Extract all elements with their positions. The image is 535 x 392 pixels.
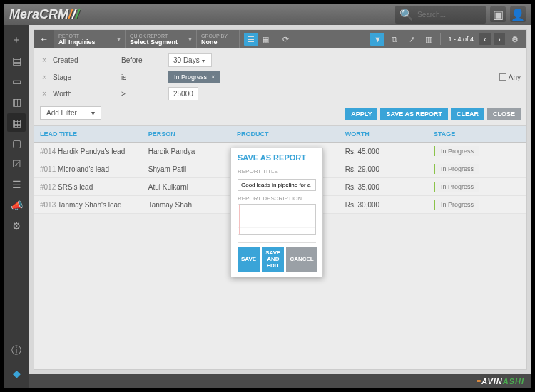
- filter-field-label: Created: [53, 56, 117, 64]
- filter-value-input[interactable]: 25000: [168, 87, 198, 100]
- filter-panel: × Created Before 30 Days▾ × Stage is In …: [34, 48, 526, 126]
- filter-value-input[interactable]: 30 Days▾: [168, 53, 212, 67]
- back-button[interactable]: ←: [34, 30, 54, 48]
- nav-megaphone-icon[interactable]: 📣: [7, 196, 26, 215]
- filter-op-label: is: [121, 73, 164, 81]
- nav-info-icon[interactable]: ⓘ: [7, 341, 26, 360]
- status-badge: In Progress: [434, 200, 479, 210]
- caret-down-icon[interactable]: ▾: [200, 58, 207, 64]
- clear-button[interactable]: CLEAR: [451, 108, 484, 120]
- refresh-icon[interactable]: ⟳: [278, 33, 292, 46]
- view-grid-icon[interactable]: ▦: [258, 33, 272, 46]
- segment-selector[interactable]: QUICK REPORT Select Segment ▼: [126, 30, 197, 48]
- nav-contact-icon[interactable]: ▭: [7, 72, 26, 91]
- status-badge: In Progress: [434, 146, 479, 156]
- new-window-icon[interactable]: ⧉: [387, 33, 402, 46]
- user-avatar-icon[interactable]: 👤: [510, 6, 526, 22]
- remove-filter-icon[interactable]: ×: [40, 56, 49, 64]
- filter-field-label: Worth: [53, 90, 117, 98]
- nav-stats-icon[interactable]: ▥: [7, 93, 26, 111]
- page-prev-button[interactable]: ‹: [479, 33, 491, 45]
- status-badge: In Progress: [434, 164, 479, 174]
- pager-text: 1 - 4 of 4: [445, 36, 477, 43]
- nav-briefcase-icon[interactable]: ▦: [7, 113, 26, 132]
- report-title-label: REPORT TITLE: [238, 168, 316, 175]
- col-lead-title[interactable]: LEAD TITLE: [34, 126, 143, 143]
- groupby-selector[interactable]: GROUP BY None: [197, 30, 240, 48]
- filter-op-label: >: [121, 90, 164, 98]
- nav-check-icon[interactable]: ☑: [7, 155, 26, 173]
- report-desc-label: REPORT DESCRIPTION: [238, 195, 316, 202]
- report-desc-input[interactable]: [238, 204, 316, 235]
- modal-save-button[interactable]: SAVE: [238, 247, 260, 272]
- gear-icon[interactable]: ⚙: [508, 33, 522, 46]
- apply-button[interactable]: APPLY: [345, 108, 377, 120]
- col-worth[interactable]: WORTH: [340, 126, 428, 143]
- modal-save-edit-button[interactable]: SAVE AND EDIT: [262, 247, 284, 272]
- remove-filter-icon[interactable]: ×: [40, 73, 49, 81]
- nav-file-icon[interactable]: ▢: [7, 134, 26, 153]
- page-next-button[interactable]: ›: [494, 33, 505, 45]
- footer-brand: ≡AVINASHI: [477, 377, 524, 386]
- col-product[interactable]: PRODUCT: [231, 126, 340, 143]
- save-report-modal: SAVE AS REPORT REPORT TITLE REPORT DESCR…: [230, 148, 323, 277]
- modal-title: SAVE AS REPORT: [238, 153, 316, 165]
- col-stage[interactable]: STAGE: [428, 126, 526, 143]
- topbar: MeraCRM/// 🔍 ▣ 👤: [4, 4, 531, 25]
- nav-save-icon[interactable]: ▤: [7, 51, 26, 70]
- save-as-report-button[interactable]: SAVE AS REPORT: [380, 108, 448, 120]
- nav-brand-icon[interactable]: ◆: [7, 364, 26, 383]
- filter-icon[interactable]: ▼: [370, 33, 384, 46]
- app-logo: MeraCRM///: [9, 7, 79, 22]
- match-any-checkbox[interactable]: Any: [499, 73, 521, 81]
- search-input[interactable]: [417, 11, 482, 19]
- add-filter-button[interactable]: Add Filter▾: [40, 106, 101, 120]
- pill-remove-icon[interactable]: ×: [211, 73, 215, 81]
- filter-pill[interactable]: In Progress×: [168, 71, 220, 83]
- footer: ≡AVINASHI: [29, 374, 531, 388]
- nav-add-icon[interactable]: ＋: [7, 31, 26, 49]
- filter-field-label: Stage: [53, 73, 117, 81]
- filter-op-label: Before: [121, 56, 164, 64]
- caret-down-icon: ▼: [188, 37, 193, 42]
- columns-icon[interactable]: ▥: [422, 33, 436, 46]
- left-nav: ＋ ▤ ▭ ▥ ▦ ▢ ☑ ☰ 📣 ⚙ ⓘ ◆: [4, 25, 29, 388]
- report-selector[interactable]: REPORT All Inquiries ▼: [54, 30, 126, 48]
- status-badge: In Progress: [434, 182, 479, 192]
- report-toolbar: ← REPORT All Inquiries ▼ QUICK REPORT Se…: [34, 30, 526, 48]
- search-icon: 🔍: [399, 8, 414, 21]
- report-title-input[interactable]: [238, 179, 316, 191]
- nav-list-icon[interactable]: ☰: [7, 175, 26, 194]
- global-search[interactable]: 🔍: [395, 6, 486, 24]
- export-icon[interactable]: ↗: [404, 33, 419, 46]
- modal-cancel-button[interactable]: CANCEL: [286, 247, 317, 272]
- notifications-icon[interactable]: ▣: [490, 6, 506, 22]
- caret-down-icon: ▼: [116, 37, 121, 42]
- col-person[interactable]: PERSON: [143, 126, 231, 143]
- remove-filter-icon[interactable]: ×: [40, 90, 49, 98]
- close-filters-button[interactable]: CLOSE: [487, 108, 521, 120]
- nav-settings-icon[interactable]: ⚙: [7, 217, 26, 235]
- caret-down-icon: ▾: [91, 109, 95, 117]
- view-list-icon[interactable]: ☰: [244, 33, 258, 46]
